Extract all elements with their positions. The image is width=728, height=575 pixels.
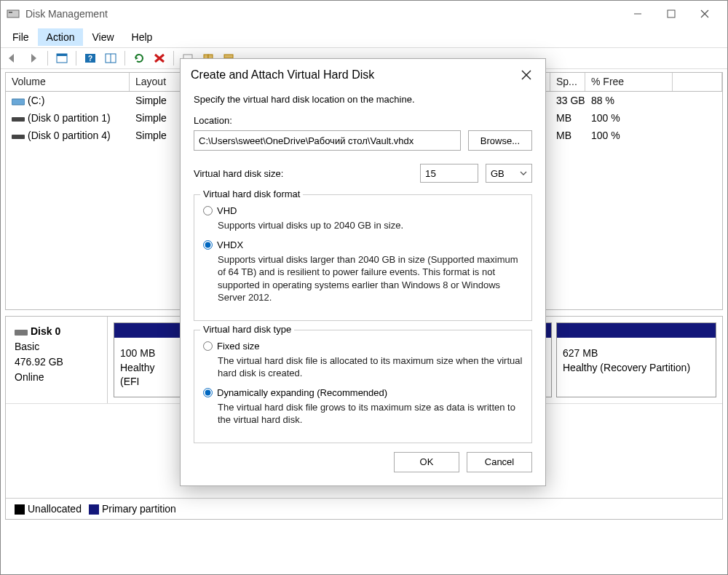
legend-unallocated-swatch <box>15 504 25 515</box>
type-fixed-desc: The virtual hard disk file is allocated … <box>218 354 523 380</box>
volume-layout: Simple <box>130 130 188 141</box>
partition-size: 627 MB <box>563 346 710 361</box>
drive-icon <box>12 97 25 106</box>
partition-status: Healthy (Recovery Partition) <box>563 361 710 376</box>
format-vhd-option[interactable]: VHD <box>203 205 523 216</box>
format-vhdx-option[interactable]: VHDX <box>203 239 523 250</box>
chevron-down-icon <box>520 171 527 175</box>
format-group: Virtual hard disk format VHD Supports vi… <box>194 194 532 321</box>
volume-capacity: 33 GB <box>550 95 585 106</box>
svg-rect-7 <box>57 54 67 56</box>
svg-rect-0 <box>7 10 19 17</box>
disk-name: Disk 0 <box>31 325 60 337</box>
format-vhd-radio[interactable] <box>203 206 213 215</box>
dialog-close-button[interactable] <box>518 66 535 84</box>
svg-text:?: ? <box>88 55 92 63</box>
size-input[interactable] <box>420 164 478 183</box>
col-capacity[interactable]: Sp... <box>550 73 585 91</box>
disk-size: 476.92 GB <box>15 354 98 370</box>
volume-layout: Simple <box>130 112 188 124</box>
format-vhd-desc: Supports virtual disks up to 2040 GB in … <box>218 219 523 232</box>
ok-button[interactable]: OK <box>394 452 459 472</box>
help-icon[interactable]: ? <box>82 50 98 66</box>
volume-name: (Disk 0 partition 1) <box>28 112 111 124</box>
dialog-titlebar: Create and Attach Virtual Hard Disk <box>181 59 545 90</box>
menu-view[interactable]: View <box>83 28 122 46</box>
dialog-subtitle: Specify the virtual hard disk location o… <box>194 94 532 105</box>
disk-type: Basic <box>15 339 98 354</box>
svg-rect-22 <box>15 330 28 336</box>
svg-rect-20 <box>12 117 25 122</box>
col-free[interactable]: % Free <box>585 73 673 91</box>
type-dynamic-label: Dynamically expanding (Recommended) <box>217 387 387 398</box>
col-blank <box>673 73 722 91</box>
format-vhdx-radio[interactable] <box>203 240 213 250</box>
size-unit-value: GB <box>491 168 505 179</box>
drive-icon <box>12 114 25 123</box>
svg-rect-1 <box>9 12 12 13</box>
forward-icon[interactable] <box>25 50 41 66</box>
partition[interactable]: 627 MB Healthy (Recovery Partition) <box>556 322 716 397</box>
menu-action[interactable]: Action <box>38 28 84 46</box>
type-fixed-option[interactable]: Fixed size <box>203 341 523 352</box>
volume-free: 100 % <box>585 112 673 124</box>
disk-info[interactable]: Disk 0 Basic 476.92 GB Online <box>6 317 108 403</box>
type-fixed-radio[interactable] <box>203 341 213 351</box>
dialog-title: Create and Attach Virtual Hard Disk <box>191 68 374 82</box>
menu-help[interactable]: Help <box>123 28 162 46</box>
col-volume[interactable]: Volume <box>6 73 130 91</box>
location-input[interactable] <box>194 130 461 151</box>
type-dynamic-option[interactable]: Dynamically expanding (Recommended) <box>203 387 523 398</box>
type-group-label: Virtual hard disk type <box>200 324 294 335</box>
close-button[interactable] <box>688 2 721 25</box>
delete-icon[interactable] <box>151 50 167 66</box>
back-icon[interactable] <box>5 50 21 66</box>
volume-capacity: MB <box>550 130 585 141</box>
size-label: Virtual hard disk size: <box>194 168 413 179</box>
volume-name: (C:) <box>28 95 44 106</box>
svg-rect-21 <box>12 135 25 139</box>
disk-icon <box>15 327 28 337</box>
type-group: Virtual hard disk type Fixed size The vi… <box>194 330 532 443</box>
format-group-label: Virtual hard disk format <box>200 189 303 199</box>
type-dynamic-desc: The virtual hard disk file grows to its … <box>218 401 523 427</box>
partition-status: Healthy (EFI <box>120 361 176 389</box>
volume-name: (Disk 0 partition 4) <box>28 130 111 141</box>
drive-icon <box>12 132 25 140</box>
format-vhd-label: VHD <box>217 205 237 216</box>
volume-free: 100 % <box>585 130 673 141</box>
format-vhdx-label: VHDX <box>217 239 243 250</box>
app-icon <box>7 7 20 20</box>
menubar: File Action View Help <box>1 27 727 47</box>
browse-button[interactable]: Browse... <box>468 130 532 151</box>
toolbar-icon-1[interactable] <box>54 50 70 66</box>
create-vhd-dialog: Create and Attach Virtual Hard Disk Spec… <box>180 58 546 486</box>
partition-size: 100 MB <box>120 346 176 361</box>
disk-status: Online <box>15 370 98 385</box>
maximize-button[interactable] <box>654 2 688 25</box>
type-fixed-label: Fixed size <box>217 341 260 352</box>
volume-capacity: MB <box>550 112 585 124</box>
size-unit-selectוץ[interactable]: GB <box>486 164 532 183</box>
window-title: Disk Management <box>25 8 108 20</box>
volume-layout: Simple <box>130 95 188 106</box>
svg-rect-19 <box>12 99 25 105</box>
legend-primary: Primary partition <box>102 503 176 515</box>
legend-unallocated: Unallocated <box>28 503 82 515</box>
format-vhdx-desc: Supports virtual disks larger than 2040 … <box>218 253 523 304</box>
toolbar-icon-3[interactable] <box>103 50 119 66</box>
legend: Unallocated Primary partition <box>6 498 722 519</box>
volume-free: 88 % <box>585 95 673 106</box>
location-label: Location: <box>194 115 532 126</box>
svg-rect-3 <box>668 10 675 17</box>
menu-file[interactable]: File <box>4 28 38 46</box>
type-dynamic-radio[interactable] <box>203 388 213 397</box>
cancel-button[interactable]: Cancel <box>467 452 532 472</box>
legend-primary-swatch <box>89 504 99 515</box>
col-layout[interactable]: Layout <box>130 73 188 91</box>
refresh-icon[interactable] <box>131 50 147 66</box>
minimize-button[interactable] <box>621 2 654 25</box>
partition[interactable]: 100 MB Healthy (EFI <box>114 322 183 397</box>
titlebar: Disk Management <box>1 1 727 27</box>
